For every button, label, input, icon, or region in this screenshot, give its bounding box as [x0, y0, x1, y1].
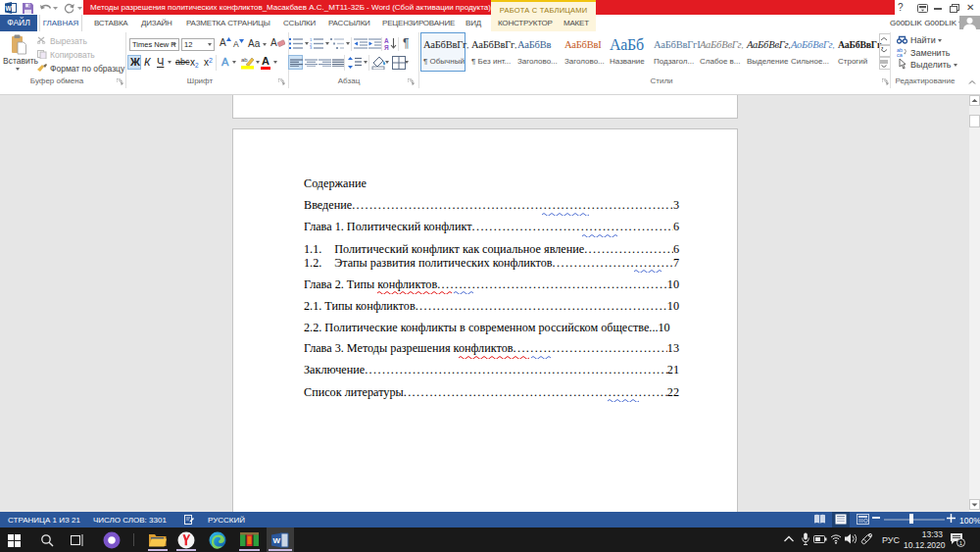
svg-text:3: 3 [310, 45, 313, 49]
svg-text:ca: ca [897, 52, 904, 57]
svg-text:Я: Я [384, 44, 389, 50]
svg-text:W: W [273, 536, 281, 545]
svg-text:А: А [384, 37, 389, 44]
svg-text:W: W [6, 5, 13, 12]
svg-text:ab: ab [241, 57, 248, 63]
